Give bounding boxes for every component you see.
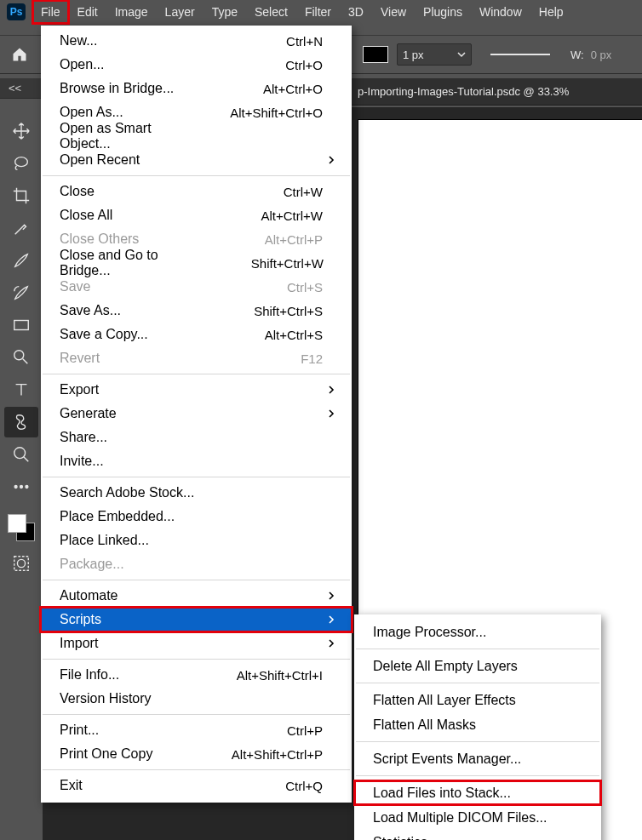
menu-item-shortcut: Ctrl+O	[195, 58, 323, 72]
file-menu-item[interactable]: Save As...Shift+Ctrl+S	[41, 299, 352, 323]
menu-item-label: Load Files into Stack...	[373, 786, 511, 801]
home-button[interactable]	[0, 36, 39, 73]
submenu-arrow-icon	[323, 409, 335, 419]
stroke-width-value: 1 px	[398, 47, 452, 63]
file-menu-item[interactable]: Search Adobe Stock...	[41, 481, 352, 505]
menu-item-label: Delete All Empty Layers	[373, 659, 518, 674]
svg-point-5	[20, 486, 23, 489]
svg-rect-7	[14, 557, 29, 571]
tool-quick-mask[interactable]	[4, 548, 38, 579]
menu-item-label: Close All	[60, 208, 195, 223]
file-menu-item[interactable]: Export	[41, 378, 352, 402]
color-swatches[interactable]	[4, 509, 38, 546]
scripts-menu-item[interactable]: Flatten All Layer Effects	[354, 688, 601, 712]
menu-item-label: Save a Copy...	[60, 327, 195, 342]
file-menu-item[interactable]: Automate	[41, 584, 352, 608]
submenu-arrow-icon	[323, 614, 335, 625]
foreground-color-swatch[interactable]	[8, 514, 26, 533]
menu-item-label: Close and Go to Bridge...	[60, 248, 203, 278]
menu-item-shortcut: Ctrl+W	[195, 185, 323, 199]
menu-separator	[43, 659, 350, 660]
file-menu-item[interactable]: Print...Ctrl+P	[41, 718, 352, 742]
menu-separator	[43, 769, 350, 770]
submenu-arrow-icon	[323, 155, 335, 165]
width-label: W:	[570, 49, 584, 61]
scripts-menu-item[interactable]: Delete All Empty Layers	[354, 654, 601, 678]
stroke-width-dropdown[interactable]	[452, 44, 471, 65]
shape-fill-swatch[interactable]	[363, 46, 388, 63]
tool-more[interactable]	[4, 471, 38, 502]
menu-type[interactable]: Type	[203, 0, 246, 24]
document-tab-title[interactable]: p-Importing-Images-Tutorial.psdc @ 33.3%	[358, 85, 569, 98]
file-menu-item[interactable]: Place Embedded...	[41, 505, 352, 529]
menu-separator	[356, 775, 599, 776]
file-menu-item[interactable]: CloseCtrl+W	[41, 180, 352, 203]
menu-item-label: Place Embedded...	[60, 509, 195, 524]
file-menu-item[interactable]: Version History	[41, 687, 352, 711]
file-menu-item[interactable]: Browse in Bridge...Alt+Ctrl+O	[41, 77, 352, 100]
file-menu-item[interactable]: Print One CopyAlt+Shift+Ctrl+P	[41, 742, 352, 766]
menu-item-label: Generate	[60, 406, 195, 421]
stroke-style-dropdown[interactable]	[482, 45, 559, 64]
menu-filter[interactable]: Filter	[296, 0, 340, 24]
stroke-width-field[interactable]: 1 px	[397, 43, 472, 66]
file-menu-item: Package...	[41, 552, 352, 576]
menu-item-shortcut: Alt+Ctrl+W	[195, 209, 323, 223]
menu-separator	[43, 374, 350, 374]
menu-window[interactable]: Window	[471, 0, 530, 24]
scripts-menu-item[interactable]: Image Processor...	[354, 620, 601, 644]
menu-3d[interactable]: 3D	[340, 0, 372, 24]
scripts-menu-item[interactable]: Flatten All Masks	[354, 712, 601, 737]
tool-crop[interactable]	[4, 180, 38, 211]
menu-edit[interactable]: Edit	[69, 0, 106, 24]
file-menu-item[interactable]: Import	[41, 631, 352, 655]
tool-brush[interactable]	[4, 245, 38, 276]
tools-panel	[0, 111, 43, 579]
file-menu-item[interactable]: Place Linked...	[41, 529, 352, 552]
menu-help[interactable]: Help	[530, 0, 572, 24]
scripts-menu-item[interactable]: Statistics...	[354, 830, 601, 840]
menu-image[interactable]: Image	[106, 0, 157, 24]
svg-point-3	[14, 448, 26, 459]
tool-eyedropper[interactable]	[4, 213, 38, 243]
file-menu-item[interactable]: File Info...Alt+Shift+Ctrl+I	[41, 663, 352, 687]
menu-item-label: Print...	[60, 723, 195, 738]
file-menu-item[interactable]: Invite...	[41, 449, 352, 473]
file-menu-item[interactable]: Open Recent	[41, 148, 352, 172]
scripts-menu-item[interactable]: Load Files into Stack...	[354, 780, 601, 805]
svg-point-8	[17, 559, 25, 567]
tool-dodge[interactable]	[4, 342, 38, 373]
file-menu-item[interactable]: Share...	[41, 426, 352, 449]
menu-layer[interactable]: Layer	[157, 0, 203, 24]
file-menu-item[interactable]: Open...Ctrl+O	[41, 53, 352, 77]
tool-gradient[interactable]	[4, 310, 38, 340]
tool-type[interactable]	[4, 374, 38, 405]
scripts-menu-item[interactable]: Load Multiple DICOM Files...	[354, 805, 601, 830]
file-menu-dropdown: New...Ctrl+NOpen...Ctrl+OBrowse in Bridg…	[41, 26, 352, 803]
menu-plugins[interactable]: Plugins	[415, 0, 471, 24]
tool-shape[interactable]	[4, 407, 38, 437]
file-menu-item[interactable]: Scripts	[41, 608, 352, 631]
svg-point-6	[26, 486, 28, 489]
file-menu-item[interactable]: Close AllAlt+Ctrl+W	[41, 203, 352, 227]
scripts-menu-item[interactable]: Script Events Manager...	[354, 746, 601, 771]
menu-item-label: Exit	[60, 778, 195, 793]
tool-zoom[interactable]	[4, 439, 38, 470]
tool-lasso[interactable]	[4, 148, 38, 179]
menu-item-label: Open as Smart Object...	[60, 121, 200, 151]
menu-file[interactable]: File	[32, 0, 69, 24]
file-menu-item[interactable]: New...Ctrl+N	[41, 29, 352, 53]
menu-view[interactable]: View	[372, 0, 415, 24]
width-value[interactable]: 0 px	[591, 49, 642, 61]
file-menu-item[interactable]: Close and Go to Bridge...Shift+Ctrl+W	[41, 251, 352, 275]
menu-select[interactable]: Select	[246, 0, 296, 24]
tool-move[interactable]	[4, 116, 38, 146]
tool-history-brush[interactable]	[4, 277, 38, 308]
file-menu-item[interactable]: Open as Smart Object...	[41, 124, 352, 148]
file-menu-item[interactable]: Generate	[41, 402, 352, 426]
svg-point-0	[15, 157, 28, 167]
file-menu-item[interactable]: Save a Copy...Alt+Ctrl+S	[41, 323, 352, 346]
app-logo: Ps	[0, 0, 32, 24]
menu-item-shortcut: Alt+Ctrl+S	[195, 328, 323, 342]
file-menu-item[interactable]: ExitCtrl+Q	[41, 774, 352, 797]
